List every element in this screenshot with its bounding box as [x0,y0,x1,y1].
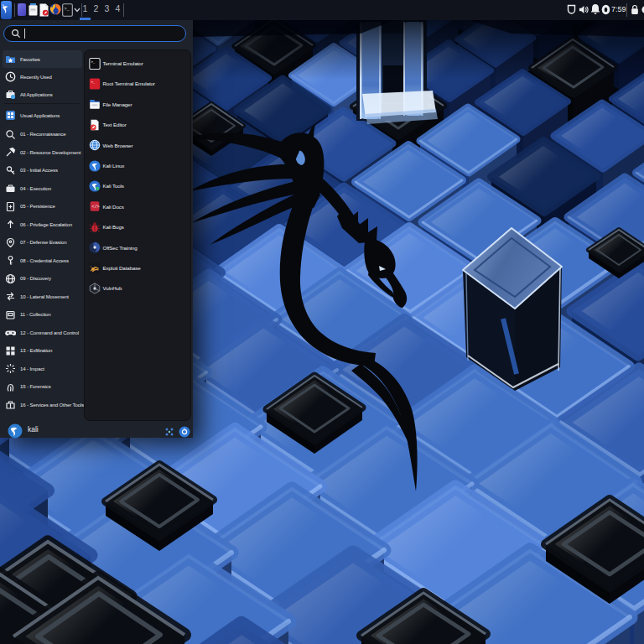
svg-text:>_: >_ [91,80,95,84]
svg-text:</>: </> [91,205,99,210]
svg-text:>_: >_ [65,6,70,11]
svg-text:>_: >_ [91,60,95,63]
